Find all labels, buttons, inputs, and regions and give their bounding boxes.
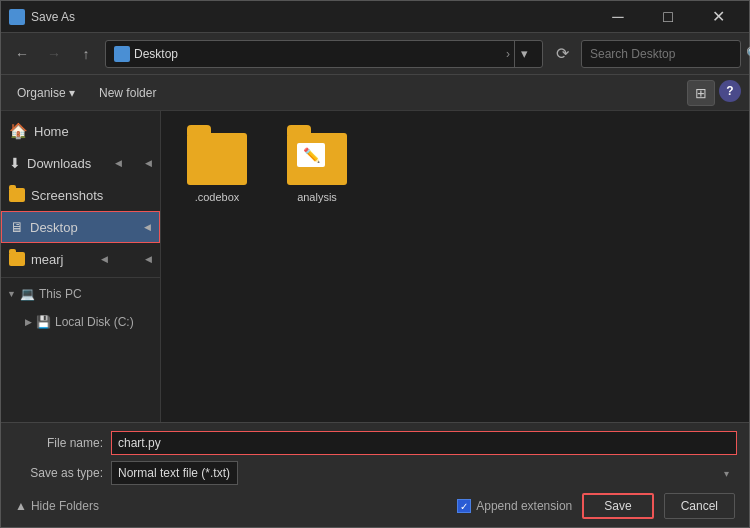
file-item-codebox[interactable]: .codebox: [177, 127, 257, 209]
bottom-right-actions: ✓ Append extension Save Cancel: [457, 493, 735, 519]
file-label-analysis: analysis: [297, 191, 337, 203]
dialog-icon: [9, 9, 25, 25]
file-label-codebox: .codebox: [195, 191, 240, 203]
sidebar-label-mearj: mearj: [31, 252, 64, 267]
window-controls: ─ □ ✕: [595, 2, 741, 32]
sidebar-label-desktop: Desktop: [30, 220, 78, 235]
refresh-button[interactable]: ⟳: [549, 41, 575, 67]
file-item-analysis[interactable]: ✏️ analysis: [277, 127, 357, 209]
view-controls: ⊞ ?: [687, 80, 741, 106]
sidebar-item-home[interactable]: 🏠 Home: [1, 115, 160, 147]
address-bar: Desktop › ▾: [105, 40, 543, 68]
main-content: .codebox ✏️ analysis: [161, 111, 749, 422]
organise-button[interactable]: Organise ▾: [9, 80, 83, 106]
toolbar: ← → ↑ Desktop › ▾ ⟳ 🔍: [1, 33, 749, 75]
desktop-icon: 🖥: [10, 219, 24, 235]
close-button[interactable]: ✕: [695, 2, 741, 32]
sidebar-item-desktop[interactable]: 🖥 Desktop ◀: [1, 211, 160, 243]
save-type-wrapper: Normal text file (*.txt) ▾: [111, 461, 737, 485]
save-type-select[interactable]: Normal text file (*.txt): [111, 461, 238, 485]
sidebar-divider: [1, 277, 160, 278]
folder-icon-screenshots: [9, 188, 25, 202]
address-dropdown-button[interactable]: ▾: [514, 40, 534, 68]
address-text: Desktop: [134, 47, 502, 61]
append-extension-checkbox[interactable]: ✓: [457, 499, 471, 513]
bottom-actions: ▲ Hide Folders ✓ Append extension Save C…: [13, 493, 737, 519]
pin-icon-desktop: ◀: [144, 222, 151, 232]
select-arrow-icon: ▾: [724, 468, 729, 479]
bottom-section: File name: chart.py Save as type: Normal…: [1, 422, 749, 527]
folder-sticker-analysis: ✏️: [297, 143, 325, 167]
address-folder-icon: [114, 46, 130, 62]
pin-icon-mearj: ◀: [101, 254, 108, 264]
downloads-icon: ⬇: [9, 155, 21, 171]
forward-button[interactable]: →: [41, 41, 67, 67]
chevron-localdisk-icon: ▶: [25, 317, 32, 327]
sidebar-section-thispc[interactable]: ▼ 💻 This PC: [1, 280, 160, 308]
search-icon: 🔍: [746, 46, 750, 61]
sidebar-label-downloads: Downloads: [27, 156, 91, 171]
append-extension-wrapper: ✓ Append extension: [457, 499, 572, 513]
help-button[interactable]: ?: [719, 80, 741, 102]
dialog-title: Save As: [31, 10, 595, 24]
save-as-dialog: Save As ─ □ ✕ ← → ↑ Desktop › ▾ ⟳ 🔍 Orga…: [0, 0, 750, 528]
title-bar: Save As ─ □ ✕: [1, 1, 749, 33]
hide-folders-button[interactable]: ▲ Hide Folders: [15, 499, 99, 513]
sidebar-item-downloads[interactable]: ⬇ Downloads ◀: [1, 147, 160, 179]
this-pc-icon: 💻: [20, 287, 35, 301]
sidebar-item-localdisk[interactable]: ▶ 💾 Local Disk (C:): [1, 308, 160, 336]
folder-icon-mearj: [9, 252, 25, 266]
local-disk-icon: 💾: [36, 315, 51, 329]
save-button[interactable]: Save: [582, 493, 653, 519]
sidebar-label-localdisk: Local Disk (C:): [55, 315, 134, 329]
maximize-button[interactable]: □: [645, 2, 691, 32]
search-box: 🔍: [581, 40, 741, 68]
back-button[interactable]: ←: [9, 41, 35, 67]
hide-folders-label: Hide Folders: [31, 499, 99, 513]
filetype-row: Save as type: Normal text file (*.txt) ▾: [13, 461, 737, 485]
folder-icon-large-analysis: ✏️: [287, 133, 347, 185]
sidebar-label-thispc: This PC: [39, 287, 82, 301]
chevron-thispc-icon: ▼: [7, 289, 16, 299]
action-bar: Organise ▾ New folder ⊞ ?: [1, 75, 749, 111]
file-name-label: File name:: [13, 436, 103, 450]
up-button[interactable]: ↑: [73, 41, 99, 67]
cancel-button[interactable]: Cancel: [664, 493, 735, 519]
sidebar: 🏠 Home ⬇ Downloads ◀ Screenshots 🖥 Deskt…: [1, 111, 161, 422]
hide-folders-icon: ▲: [15, 499, 27, 513]
folder-large-analysis: ✏️: [287, 133, 347, 185]
content-area: 🏠 Home ⬇ Downloads ◀ Screenshots 🖥 Deskt…: [1, 111, 749, 422]
sidebar-item-mearj[interactable]: mearj ◀: [1, 243, 160, 275]
sidebar-label-home: Home: [34, 124, 69, 139]
pin-icon: ◀: [115, 158, 122, 168]
search-input[interactable]: [590, 47, 740, 61]
folder-icon-large-codebox: [187, 133, 247, 185]
new-folder-button[interactable]: New folder: [91, 80, 164, 106]
file-name-input[interactable]: [111, 431, 737, 455]
file-grid: .codebox ✏️ analysis: [177, 127, 733, 209]
home-icon: 🏠: [9, 122, 28, 140]
filename-row: File name: chart.py: [13, 431, 737, 455]
view-toggle-button[interactable]: ⊞: [687, 80, 715, 106]
minimize-button[interactable]: ─: [595, 2, 641, 32]
save-type-label: Save as type:: [13, 466, 103, 480]
sidebar-label-screenshots: Screenshots: [31, 188, 103, 203]
folder-large-codebox: [187, 133, 247, 185]
append-extension-label: Append extension: [476, 499, 572, 513]
address-chevron-icon: ›: [506, 47, 510, 61]
sidebar-item-screenshots[interactable]: Screenshots: [1, 179, 160, 211]
